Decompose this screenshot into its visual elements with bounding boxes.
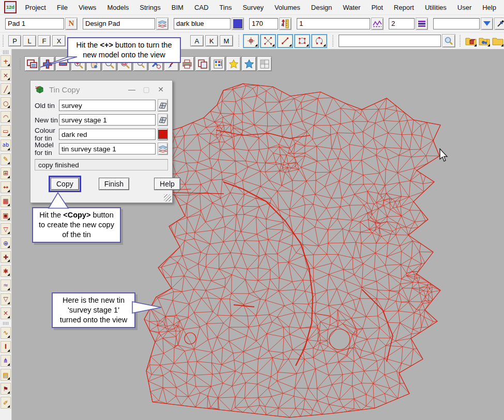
model-for-tin-picker-button[interactable] [158,143,168,155]
split-view-button[interactable] [257,56,272,71]
string-inquire-icon[interactable]: ⊞ [1,167,11,179]
close-icon[interactable]: ✕ [154,84,168,95]
favourites-yellow-button[interactable] [226,56,241,71]
circle-snap-button[interactable] [294,34,310,48]
string-colours-icon[interactable]: ≈ [1,279,11,291]
menu-item-views[interactable]: Views [73,4,101,11]
search-input[interactable] [339,35,441,47]
resize-grip[interactable] [164,194,171,201]
colour-for-tin-input[interactable] [59,129,156,140]
colour-for-tin-picker-button[interactable] [158,128,168,141]
cad-weed-input[interactable] [297,18,370,29]
model-for-tin-input[interactable] [59,143,156,154]
draw-pencil-icon[interactable]: ✐ [1,397,11,409]
snap-mode-l-button[interactable]: L [23,35,36,46]
toolbar-drag-handle[interactable] [459,35,462,46]
help-button[interactable]: Help [154,178,180,190]
segment-snap-button[interactable] [277,34,293,48]
snap-mode-x-button[interactable]: X [52,35,66,46]
dialog-title-bar[interactable]: 12 Tin Copy — ▢ ✕ [30,81,172,98]
recent-projects-button[interactable] [492,35,504,47]
delete-point-icon[interactable]: × [1,69,11,81]
flag-icon[interactable]: ⚑ [1,383,11,395]
create-point-icon[interactable]: + [1,55,11,67]
create-arc-icon[interactable]: ◠ [1,111,11,123]
linestyle-picker-button[interactable] [416,18,428,30]
minimize-icon[interactable]: — [125,84,139,95]
arc-snap-button[interactable] [311,34,327,48]
measure-icon[interactable]: ↔ [1,181,11,193]
menu-item-cad[interactable]: CAD [189,4,213,11]
menu-item-survey[interactable]: Survey [237,4,269,11]
menu-item-models[interactable]: Models [102,4,134,11]
menu-item-plot[interactable]: Plot [366,4,388,11]
cad-height-input[interactable] [249,18,278,29]
menu-item-project[interactable]: Project [20,4,51,11]
eyedropper-button[interactable] [494,18,504,30]
maximize-icon[interactable]: ▢ [139,84,154,95]
menu-item-report[interactable]: Report [388,4,419,11]
toolbar-drag-handle[interactable] [2,35,5,46]
toolbar-drag-handle[interactable] [3,50,8,54]
create-line-icon[interactable]: ╱ [1,83,11,95]
snap-mode-a-button[interactable]: A [190,35,204,46]
menu-item-design[interactable]: Design [306,4,337,11]
old-tin-picker-button[interactable] [158,99,168,112]
menu-item-volumes[interactable]: Volumes [269,4,306,11]
create-star-point-icon[interactable]: ✱ [1,265,11,277]
height-picker-button[interactable]: z [279,18,292,30]
old-tin-input[interactable] [59,100,156,111]
translate-icon[interactable]: ✚ [1,251,11,263]
new-tin-picker-button[interactable] [158,114,168,126]
edit-notes-icon[interactable]: ▤ [1,369,11,381]
cad-name-input[interactable] [5,18,64,29]
model-picker-button[interactable] [156,18,169,30]
dropdown-button[interactable] [481,18,493,30]
snap-mode-p-button[interactable]: P [8,35,22,46]
project-settings-button[interactable] [478,35,491,47]
weed-picker-button[interactable] [371,18,384,30]
menu-item-water[interactable]: Water [338,4,366,11]
colour-picker-button[interactable] [232,18,244,30]
cad-extra-input[interactable] [433,18,480,29]
edit-string-icon[interactable]: ✎ [1,153,11,165]
create-text-icon[interactable]: ab [1,139,11,151]
menu-item-file[interactable]: File [51,4,73,11]
point-snap-button[interactable] [243,34,259,48]
toolbar-drag-handle[interactable] [19,58,22,70]
favourites-blue-button[interactable] [241,56,256,71]
finish-button[interactable]: Finish [99,178,129,190]
delete-string-icon[interactable]: × [1,307,11,319]
menu-item-tins[interactable]: Tins [214,4,237,11]
models-window-button[interactable] [210,56,225,71]
open-project-button[interactable] [465,35,477,47]
plot-button[interactable] [179,56,194,71]
freehand-draw-icon[interactable]: ∿ [1,327,11,339]
menu-item-help[interactable]: Help [477,4,502,11]
menu-item-user[interactable]: User [452,4,477,11]
new-tin-input[interactable] [59,114,156,126]
create-circle-icon[interactable]: ○ [1,97,11,109]
create-polygon-icon[interactable]: ▽ [1,223,11,235]
search-button[interactable] [442,34,455,48]
snap-mode-k-button[interactable]: K [205,35,219,46]
copy-button[interactable]: Copy [51,178,79,190]
menu-item-bim[interactable]: BIM [166,4,189,11]
cad-linestyle-input[interactable] [389,18,415,29]
cad-model-input[interactable] [83,18,155,29]
toolbar-drag-handle[interactable] [237,35,241,46]
interface-icon[interactable]: I [1,341,11,353]
grid-icon[interactable]: ▦ [1,195,11,207]
snap-mode-f-button[interactable]: F [38,35,51,46]
toolbar-drag-handle[interactable] [331,35,335,46]
cad-colour-input[interactable] [174,18,231,29]
menu-item-strings[interactable]: Strings [134,4,166,11]
new-window-icon[interactable]: ▣ [1,209,11,221]
copy-view-button[interactable] [195,56,210,71]
survey-instrument-icon[interactable]: ⋔ [1,355,11,367]
name-picker-button[interactable]: N [65,18,78,30]
snap-mode-m-button[interactable]: M [220,35,233,46]
image-snap-icon[interactable]: ⊕ [1,237,11,249]
line-snap-button[interactable] [260,34,276,48]
shield-polygon-icon[interactable]: ▽ [1,293,11,305]
